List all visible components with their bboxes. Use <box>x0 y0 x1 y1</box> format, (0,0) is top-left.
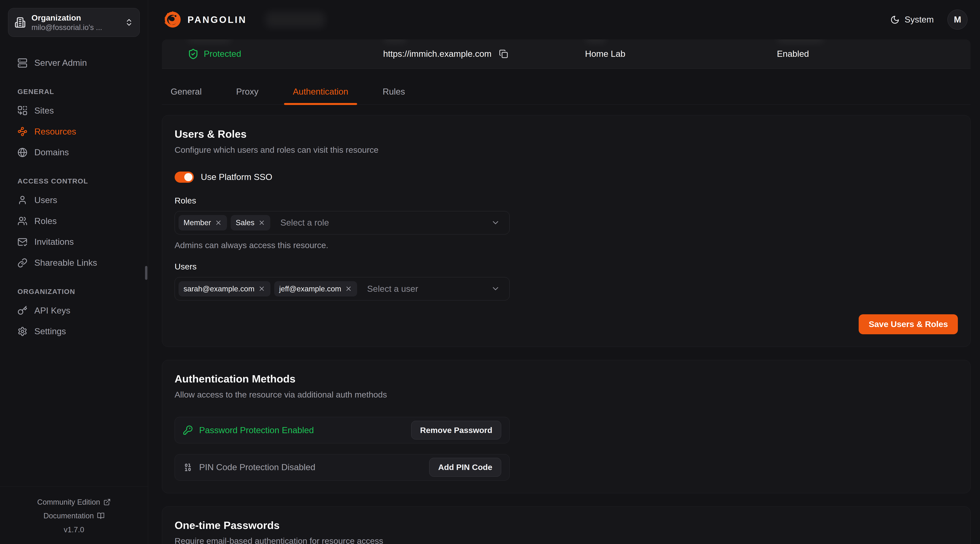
sidebar-item-label: Invitations <box>34 237 74 247</box>
pangolin-logo-icon <box>164 11 182 29</box>
add-pin-code-button[interactable]: Add PIN Code <box>429 458 501 477</box>
copy-icon <box>499 49 508 59</box>
users-multiselect[interactable]: sarah@example.comjeff@example.comSelect … <box>175 277 510 301</box>
sidebar-item-label: Server Admin <box>34 58 87 68</box>
mail-check-icon <box>18 237 27 247</box>
sidebar-item-server-admin[interactable]: Server Admin <box>10 52 138 73</box>
org-switcher[interactable]: Organization milo@fossorial.io's ... <box>8 8 140 37</box>
theme-label: System <box>905 15 934 24</box>
otp-card: One-time Passwords Require email-based a… <box>162 506 970 544</box>
resource-site-value: Home Lab <box>585 49 625 59</box>
sidebar-item-label: Users <box>34 195 57 205</box>
roles-multiselect[interactable]: MemberSalesSelect a role <box>175 211 510 235</box>
brand: PANGOLIN <box>164 11 247 29</box>
role-select-placeholder: Select a role <box>280 218 329 228</box>
resource-url: https://immich.example.com <box>383 40 508 68</box>
sidebar-item-sites[interactable]: Sites <box>10 100 138 121</box>
sidebar-scrollbar[interactable] <box>145 266 147 280</box>
users-roles-card: Users & Roles Configure which users and … <box>162 115 970 347</box>
chip-label: jeff@example.com <box>279 284 341 293</box>
resource-site: Home Lab <box>585 40 625 68</box>
tab-authentication[interactable]: Authentication <box>284 87 357 105</box>
sidebar-item-invitations[interactable]: Invitations <box>10 232 138 252</box>
remove-chip-icon[interactable] <box>258 219 266 226</box>
chip-label: Member <box>183 218 211 227</box>
moon-icon <box>890 15 900 24</box>
tab-proxy[interactable]: Proxy <box>228 87 267 105</box>
sidebar-footer: Community Edition Documentation v1.7.0 <box>0 487 148 544</box>
tab-rules[interactable]: Rules <box>374 87 414 105</box>
user-icon <box>18 195 27 205</box>
chevron-down-icon <box>491 284 500 293</box>
resource-tabs: GeneralProxyAuthenticationRules <box>162 87 970 105</box>
theme-toggle[interactable]: System <box>890 15 934 24</box>
user-chip: sarah@example.com <box>178 281 270 297</box>
building-icon <box>14 17 25 28</box>
brand-name: PANGOLIN <box>188 14 247 25</box>
roles-field-label: Roles <box>175 196 958 205</box>
remove-chip-icon[interactable] <box>258 285 266 292</box>
users-field-label: Users <box>175 262 958 271</box>
nav-section-heading: ACCESS CONTROL <box>10 177 138 185</box>
save-users-roles-button[interactable]: Save Users & Roles <box>859 314 958 334</box>
app-window: Organization milo@fossorial.io's ... Ser… <box>0 0 980 544</box>
pin-protection-row: PIN Code Protection Disabled Add PIN Cod… <box>175 454 510 481</box>
redacted-resource-name <box>266 11 325 28</box>
sidebar-item-domains[interactable]: Domains <box>10 142 138 163</box>
binary-icon <box>183 462 193 472</box>
avatar[interactable]: M <box>947 10 967 30</box>
org-switcher-value: milo@fossorial.io's ... <box>31 23 119 32</box>
content: Protected https://immich.example.com Hom… <box>148 40 980 544</box>
chip-label: sarah@example.com <box>183 284 255 293</box>
resource-enabled-value: Enabled <box>777 49 809 59</box>
sidebar-item-shareable-links[interactable]: Shareable Links <box>10 252 138 273</box>
role-chip: Member <box>178 215 227 230</box>
main-area: PANGOLIN System M Protected <box>148 0 980 544</box>
nav-section-heading: GENERAL <box>10 88 138 96</box>
resource-status: Protected <box>188 40 241 68</box>
user-select-placeholder: Select a user <box>367 284 418 294</box>
version-label: v1.7.0 <box>0 523 148 536</box>
sidebar-item-api-keys[interactable]: API Keys <box>10 300 138 321</box>
remove-chip-icon[interactable] <box>215 219 222 226</box>
platform-sso-toggle[interactable] <box>175 171 194 183</box>
redacted-column-label <box>777 40 824 43</box>
card-title: One-time Passwords <box>175 519 958 531</box>
redacted-column-label <box>188 40 231 43</box>
chip-label: Sales <box>235 218 255 227</box>
sidebar-item-label: Sites <box>34 106 54 116</box>
card-title: Authentication Methods <box>175 373 958 385</box>
remove-chip-icon[interactable] <box>345 285 352 292</box>
password-status-label: Password Protection Enabled <box>199 425 314 435</box>
waypoints-icon <box>18 127 27 136</box>
sidebar-item-label: Resources <box>34 127 76 136</box>
sidebar-item-roles[interactable]: Roles <box>10 211 138 232</box>
platform-sso-label: Use Platform SSO <box>201 172 272 182</box>
resource-enabled: Enabled <box>777 40 809 68</box>
chevron-down-icon <box>491 218 500 227</box>
tab-general[interactable]: General <box>162 87 210 105</box>
auth-methods-card: Authentication Methods Allow access to t… <box>162 360 970 493</box>
sidebar-item-users[interactable]: Users <box>10 190 138 211</box>
sidebar-item-label: Domains <box>34 147 69 157</box>
link-icon <box>18 258 27 268</box>
sidebar-item-label: Shareable Links <box>34 258 97 268</box>
sidebar-item-label: Roles <box>34 216 57 226</box>
external-link-icon <box>103 498 111 506</box>
sidebar-item-resources[interactable]: Resources <box>10 121 138 142</box>
redacted-column-label <box>585 40 606 43</box>
community-edition-link[interactable]: Community Edition <box>37 495 111 509</box>
sites-icon <box>18 106 27 116</box>
remove-password-button[interactable]: Remove Password <box>411 421 501 439</box>
card-subtitle: Allow access to the resource via additio… <box>175 390 958 400</box>
documentation-link[interactable]: Documentation <box>43 509 105 523</box>
copy-url-button[interactable] <box>499 49 508 59</box>
pin-status-label: PIN Code Protection Disabled <box>199 462 315 472</box>
user-chip: jeff@example.com <box>274 281 357 297</box>
users-icon <box>18 216 27 226</box>
resource-info-bar: Protected https://immich.example.com Hom… <box>162 40 970 69</box>
sidebar-item-settings[interactable]: Settings <box>10 321 138 342</box>
globe-icon <box>18 147 27 157</box>
book-open-icon <box>97 512 105 520</box>
org-switcher-label: Organization <box>31 13 119 23</box>
